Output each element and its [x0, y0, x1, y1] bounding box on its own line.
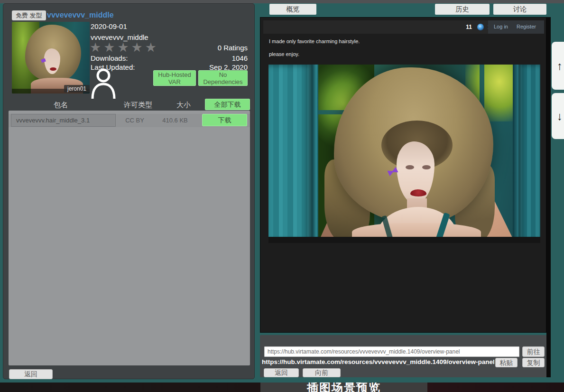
window-top-strip [0, 0, 564, 3]
column-header-license: 许可类型 [110, 101, 166, 110]
like-sphere-icon [477, 24, 484, 30]
current-url-label: https://hub.virtamate.com/resources/vvve… [262, 358, 494, 365]
photo-left-window-frame [312, 65, 318, 243]
hub-browser-window: 免费 发型 vvvevevvv_middle jeron01 2020-09-0… [0, 0, 564, 392]
thumbnail-credit-label: jeron01 [64, 85, 90, 93]
resource-date: 2020-09-01 [91, 22, 127, 30]
downloads-label: Downloads: [91, 54, 128, 62]
person-icon [90, 68, 117, 99]
package-list: vvvevevvv.hair_middle_3.1 CC BY 410.6 KB… [9, 111, 250, 365]
browser-nav-bar: 前往 https://hub.virtamate.com/resources/v… [260, 335, 546, 377]
photo-character-lips [410, 189, 426, 196]
scroll-down-button[interactable]: ↓ [552, 93, 564, 139]
tab-history[interactable]: 历史 [435, 4, 490, 15]
resource-title[interactable]: vvvevevvv_middle [47, 11, 114, 19]
description-line-2: please enjoy. [269, 51, 299, 57]
url-input[interactable] [264, 346, 519, 357]
paste-button[interactable]: 粘贴 [495, 358, 518, 367]
scroll-up-button[interactable]: ↑ [552, 42, 564, 90]
photo-character-left-eye [406, 165, 414, 169]
package-size-cell: 410.6 KB [151, 114, 199, 127]
downloads-value: 1046 [232, 54, 248, 62]
table-row[interactable]: vvvevevvv.hair_middle_3.1 CC BY 410.6 KB… [9, 114, 250, 127]
star-rating-icons: ★★★★★ [90, 40, 159, 55]
photo-left-shutter [268, 65, 312, 243]
panel-back-button[interactable]: 返回 [9, 369, 53, 379]
photo-character-right-eye [422, 165, 431, 169]
photo-right-window-frame [513, 65, 518, 243]
webview-right-margin [546, 17, 551, 377]
tab-overview[interactable]: 概览 [269, 4, 316, 15]
register-link[interactable]: Register [517, 24, 536, 29]
login-register-panel: Log in Register [488, 20, 544, 34]
photo-bottom-bar [268, 237, 540, 243]
thumb-character-lips [50, 67, 56, 71]
package-name-cell[interactable]: vvvevevvv.hair_middle_3.1 [11, 114, 116, 127]
login-link[interactable]: Log in [494, 24, 508, 29]
column-header-size: 大小 [160, 101, 207, 110]
underlying-app-clipped-button[interactable]: 插图场景预览 [260, 383, 427, 392]
resource-type-badge: 免费 发型 [12, 10, 46, 20]
webview-header-bar: 11 11 Log in Register [263, 20, 544, 34]
resource-photo [268, 65, 540, 243]
copy-button[interactable]: 复制 [522, 358, 545, 367]
arrow-up-icon: ↑ [557, 59, 563, 72]
arrow-down-icon: ↓ [557, 110, 563, 122]
no-dependencies-badge: No Dependencies [198, 70, 248, 86]
tab-discussion[interactable]: 讨论 [493, 4, 546, 15]
hub-webview: 11 11 Log in Register I made only favori… [260, 17, 546, 333]
ratings-count: 0 Ratings [218, 44, 248, 52]
browser-back-button[interactable]: 返回 [264, 368, 299, 377]
hub-hosted-var-badge: Hub-Hosted VAR [153, 70, 196, 86]
likes-count-left: 11 [466, 23, 472, 31]
description-line-1: I made only favorite charming hairstyle. [269, 38, 360, 44]
download-button[interactable]: 下载 [202, 114, 247, 126]
download-all-button[interactable]: 全部下载 [205, 99, 250, 110]
photo-right-shutter [518, 65, 540, 243]
column-header-package: 包名 [32, 101, 89, 110]
browser-forward-button[interactable]: 向前 [303, 368, 341, 377]
clipped-button-label: 插图场景预览 [307, 383, 381, 392]
go-button[interactable]: 前往 [522, 346, 545, 357]
resource-detail-panel: 免费 发型 vvvevevvv_middle jeron01 2020-09-0… [3, 3, 255, 379]
resource-thumbnail: jeron01 [12, 22, 90, 93]
